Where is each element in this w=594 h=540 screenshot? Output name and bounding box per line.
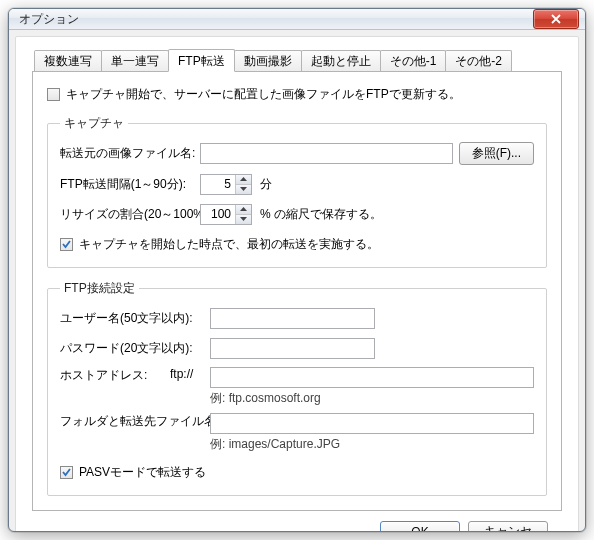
interval-spinner[interactable] [200, 174, 252, 195]
resize-spin-buttons [235, 205, 251, 224]
interval-spin-up[interactable] [236, 175, 251, 185]
folder-hint: 例: images/Capture.JPG [210, 436, 534, 453]
source-file-input[interactable] [200, 143, 453, 164]
password-label: パスワード(20文字以内): [60, 340, 210, 357]
tab-single-burst[interactable]: 単一連写 [101, 50, 169, 71]
password-input[interactable] [210, 338, 375, 359]
resize-suffix: % の縮尺で保存する。 [260, 206, 382, 223]
interval-unit: 分 [260, 176, 272, 193]
window-title: オプション [19, 11, 533, 28]
content-area: 複数連写 単一連写 FTP転送 動画撮影 起動と停止 その他-1 その他-2 キ… [15, 36, 579, 532]
close-icon [550, 14, 562, 24]
username-input[interactable] [210, 308, 375, 329]
folder-label: フォルダと転送先ファイル名: [60, 413, 210, 430]
ftp-settings-group: FTP接続設定 ユーザー名(50文字以内): パスワード(20文字以内): ホス… [47, 280, 547, 496]
chevron-up-icon [240, 207, 247, 211]
browse-button[interactable]: 参照(F)... [459, 142, 534, 165]
host-input[interactable] [210, 367, 534, 388]
interval-spin-down[interactable] [236, 185, 251, 194]
username-label: ユーザー名(50文字以内): [60, 310, 210, 327]
resize-spin-down[interactable] [236, 215, 251, 224]
check-icon [61, 239, 72, 250]
resize-label: リサイズの割合(20～100%): [60, 206, 200, 223]
folder-input[interactable] [210, 413, 534, 434]
interval-input[interactable] [201, 175, 235, 194]
chevron-down-icon [240, 217, 247, 221]
resize-spinner[interactable] [200, 204, 252, 225]
check-icon [61, 467, 72, 478]
dialog-footer: OK キャンセル [32, 511, 562, 532]
tab-video-capture[interactable]: 動画撮影 [234, 50, 302, 71]
enable-ftp-checkbox[interactable] [47, 88, 60, 101]
tab-other-2[interactable]: その他-2 [445, 50, 512, 71]
options-dialog: オプション 複数連写 単一連写 FTP転送 動画撮影 起動と停止 その他-1 そ… [8, 8, 586, 532]
titlebar: オプション [9, 9, 585, 30]
ok-button[interactable]: OK [380, 521, 460, 532]
tab-start-stop[interactable]: 起動と停止 [301, 50, 381, 71]
host-label: ホストアドレス: [60, 367, 170, 384]
tab-other-1[interactable]: その他-1 [380, 50, 447, 71]
chevron-down-icon [240, 187, 247, 191]
chevron-up-icon [240, 177, 247, 181]
pasv-label: PASVモードで転送する [79, 464, 206, 481]
interval-spin-buttons [235, 175, 251, 194]
host-prefix: ftp:// [170, 367, 210, 381]
source-file-label: 転送元の画像ファイル名: [60, 145, 200, 162]
host-hint: 例: ftp.cosmosoft.org [210, 390, 534, 407]
tab-panel-ftp: キャプチャ開始で、サーバーに配置した画像ファイルをFTPで更新する。 キャプチャ… [32, 72, 562, 511]
tab-strip: 複数連写 単一連写 FTP転送 動画撮影 起動と停止 その他-1 その他-2 [32, 49, 562, 72]
first-transfer-label: キャプチャを開始した時点で、最初の転送を実施する。 [79, 236, 379, 253]
enable-ftp-label: キャプチャ開始で、サーバーに配置した画像ファイルをFTPで更新する。 [66, 86, 461, 103]
pasv-checkbox[interactable] [60, 466, 73, 479]
capture-legend: キャプチャ [60, 115, 128, 132]
close-button[interactable] [533, 9, 579, 29]
enable-ftp-row: キャプチャ開始で、サーバーに配置した画像ファイルをFTPで更新する。 [47, 86, 547, 103]
resize-input[interactable] [201, 205, 235, 224]
interval-label: FTP転送間隔(1～90分): [60, 176, 200, 193]
cancel-button[interactable]: キャンセル [468, 521, 548, 532]
first-transfer-checkbox[interactable] [60, 238, 73, 251]
capture-group: キャプチャ 転送元の画像ファイル名: 参照(F)... FTP転送間隔(1～90… [47, 115, 547, 268]
resize-spin-up[interactable] [236, 205, 251, 215]
tab-multi-burst[interactable]: 複数連写 [34, 50, 102, 71]
ftp-settings-legend: FTP接続設定 [60, 280, 139, 297]
tab-ftp-transfer[interactable]: FTP転送 [168, 49, 235, 72]
